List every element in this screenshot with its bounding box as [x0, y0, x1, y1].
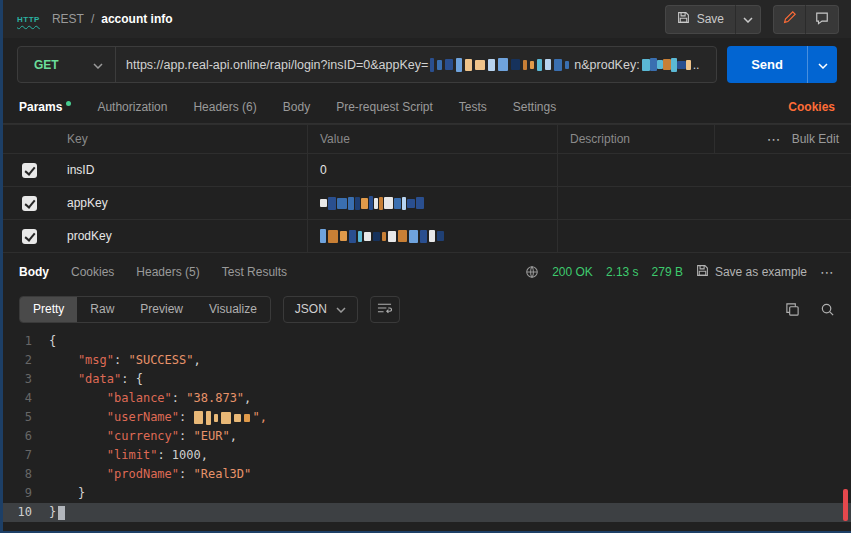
code-line: 3 "data": {	[3, 370, 851, 389]
method-selector[interactable]: GET	[18, 47, 116, 82]
chevron-down-icon	[818, 57, 828, 72]
bulk-edit-button[interactable]: Bulk Edit	[792, 132, 839, 146]
param-key[interactable]: appKey	[55, 187, 308, 219]
redacted-username-value	[194, 411, 253, 425]
header-checkbox-cell	[3, 125, 55, 153]
save-button-label: Save	[697, 12, 724, 26]
param-value[interactable]: 0	[308, 154, 558, 186]
search-icon[interactable]	[820, 302, 835, 317]
param-value[interactable]	[308, 220, 558, 252]
param-checkbox[interactable]	[22, 196, 37, 211]
tab-settings[interactable]: Settings	[513, 100, 556, 114]
param-description[interactable]	[558, 187, 851, 219]
http-logo-icon: HTTP	[17, 15, 40, 24]
code-line: 6 "currency": "EUR",	[3, 427, 851, 446]
response-viewer-toolbar: Pretty Raw Preview Visualize JSON	[3, 291, 851, 327]
param-value[interactable]	[308, 187, 558, 219]
line-number: 8	[3, 465, 49, 484]
save-as-example-label: Save as example	[715, 265, 807, 279]
line-number: 6	[3, 427, 49, 446]
network-globe-icon[interactable]	[525, 265, 539, 279]
breadcrumb: HTTP REST / account info	[17, 12, 173, 26]
mode-pretty[interactable]: Pretty	[20, 297, 77, 322]
param-key[interactable]: prodKey	[55, 220, 308, 252]
code-line: 9 }	[3, 484, 851, 503]
param-row-prodkey: prodKey	[3, 220, 851, 253]
tab-prerequest-script[interactable]: Pre-request Script	[336, 100, 433, 114]
code-line: 1 {	[3, 332, 851, 351]
language-label: JSON	[295, 302, 327, 316]
wrap-lines-icon	[377, 302, 392, 317]
copy-icon[interactable]	[785, 302, 800, 317]
url-input[interactable]: https://app.real-api.online/rapi/login?i…	[116, 58, 716, 72]
code-line: 8 "prodName": "Real3D"	[3, 465, 851, 484]
tab-params[interactable]: Params	[19, 100, 71, 114]
topbar: HTTP REST / account info Save	[3, 0, 851, 38]
edit-request-button[interactable]	[773, 5, 805, 34]
response-tab-body[interactable]: Body	[19, 265, 49, 279]
mode-visualize[interactable]: Visualize	[196, 297, 270, 322]
response-body-editor[interactable]: 1 { 2 "msg": "SUCCESS", 3 "data": { 4 "b…	[3, 327, 851, 531]
tab-params-label: Params	[19, 100, 62, 114]
param-row-insid: insID 0	[3, 154, 851, 187]
breadcrumb-request-name: account info	[101, 12, 172, 26]
response-more-actions-icon[interactable]: ⋯	[820, 264, 835, 280]
wrap-lines-button[interactable]	[370, 296, 400, 323]
save-icon	[696, 264, 709, 280]
line-number: 9	[3, 484, 49, 503]
column-header-key: Key	[55, 125, 308, 153]
url-text: https://app.real-api.online/rapi/login?i…	[126, 58, 428, 72]
comments-button[interactable]	[805, 5, 839, 34]
param-key[interactable]: insID	[55, 154, 308, 186]
response-size[interactable]: 279 B	[652, 265, 683, 279]
url-text: n&prodKey:	[574, 58, 639, 72]
line-number: 2	[3, 351, 49, 370]
tab-authorization[interactable]: Authorization	[97, 100, 167, 114]
request-url-row: GET https://app.real-api.online/rapi/log…	[3, 38, 851, 91]
more-actions-icon[interactable]: ⋯	[767, 131, 782, 147]
param-description[interactable]	[558, 154, 851, 186]
line-number: 7	[3, 446, 49, 465]
save-icon	[677, 11, 690, 27]
mode-preview[interactable]: Preview	[127, 297, 196, 322]
send-button[interactable]: Send	[727, 46, 807, 83]
language-selector[interactable]: JSON	[283, 296, 358, 323]
param-description[interactable]	[558, 220, 851, 252]
mode-raw[interactable]: Raw	[77, 297, 127, 322]
chevron-down-icon	[743, 12, 753, 26]
save-as-example-button[interactable]: Save as example	[696, 264, 807, 280]
save-button[interactable]: Save	[665, 5, 735, 34]
tab-headers[interactable]: Headers (6)	[193, 100, 256, 114]
topbar-actions: Save	[665, 5, 839, 34]
line-number: 4	[3, 389, 49, 408]
redacted-appkey-value	[430, 58, 572, 72]
scrollbar-thumb[interactable]	[843, 489, 848, 521]
param-row-appkey: appKey	[3, 187, 851, 220]
params-header-row: Key Value Description ⋯ Bulk Edit	[3, 124, 851, 154]
response-meta: 200 OK 2.13 s 279 B Save as example ⋯	[525, 264, 835, 280]
bulk-edit-area: ⋯ Bulk Edit	[715, 125, 851, 153]
param-checkbox[interactable]	[22, 229, 37, 244]
redacted-prodkey-value	[642, 58, 691, 72]
request-tabs: Params Authorization Headers (6) Body Pr…	[3, 91, 851, 124]
tab-tests[interactable]: Tests	[459, 100, 487, 114]
url-text: ..	[693, 58, 700, 72]
response-tab-cookies[interactable]: Cookies	[71, 265, 114, 279]
param-checkbox[interactable]	[22, 163, 37, 178]
code-line: 7 "limit": 1000,	[3, 446, 851, 465]
tab-body[interactable]: Body	[283, 100, 310, 114]
response-tab-headers[interactable]: Headers (5)	[136, 265, 199, 279]
response-tab-test-results[interactable]: Test Results	[222, 265, 287, 279]
save-options-button[interactable]	[735, 5, 761, 34]
line-number: 3	[3, 370, 49, 389]
redacted-appkey-value	[320, 196, 425, 210]
breadcrumb-collection[interactable]: REST	[52, 12, 84, 26]
column-header-description: Description	[558, 125, 715, 153]
pencil-icon	[783, 11, 796, 27]
code-line: 4 "balance": "38.873",	[3, 389, 851, 408]
send-options-button[interactable]	[807, 46, 837, 83]
response-time[interactable]: 2.13 s	[606, 265, 639, 279]
line-number: 5	[3, 408, 49, 427]
cookies-link[interactable]: Cookies	[788, 100, 835, 114]
status-code[interactable]: 200 OK	[552, 265, 593, 279]
